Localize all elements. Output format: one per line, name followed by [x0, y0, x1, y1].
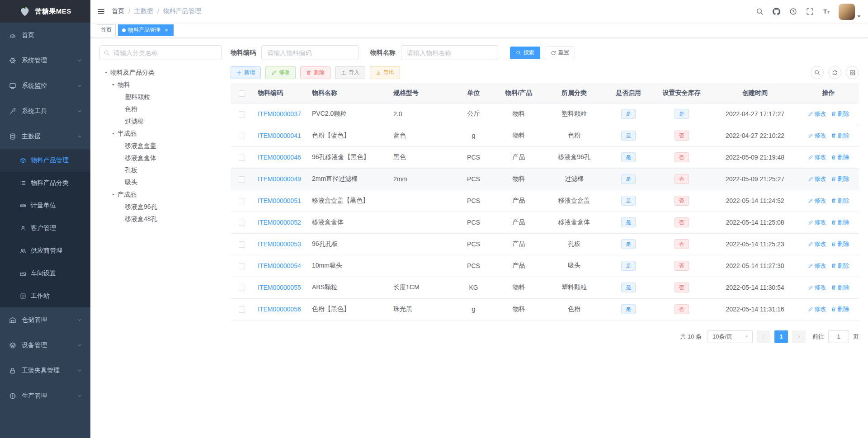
tree-node[interactable]: 色粉 [99, 103, 222, 115]
tree-node[interactable]: 吸头 [99, 176, 222, 188]
page-size-select[interactable]: 10条/页 [708, 330, 753, 343]
row-edit-button[interactable]: 修改 [808, 175, 826, 183]
sidebar-subitem[interactable]: 客户管理 [0, 217, 90, 240]
sidebar-subitem[interactable]: 工作站 [0, 285, 90, 307]
tree-node[interactable]: 半成品 [99, 127, 222, 140]
help-icon[interactable]: ? [785, 0, 802, 23]
refresh-tool-button[interactable] [828, 66, 841, 79]
warning-toolbar-button[interactable]: 导出 [370, 66, 400, 79]
tree-node[interactable]: 过滤棉 [99, 115, 222, 127]
goto-page-input[interactable] [828, 330, 849, 343]
sidebar-item[interactable]: 仓储管理 [0, 307, 90, 333]
view-tab[interactable]: 首页 [97, 24, 116, 36]
item-code-link[interactable]: ITEM00000053 [258, 240, 301, 248]
breadcrumb-item[interactable]: 首页 [112, 7, 124, 15]
sidebar-item[interactable]: 系统工具 [0, 99, 90, 124]
tree-node[interactable]: 移液盒盒体 [99, 152, 222, 164]
breadcrumb-item[interactable]: 主数据 [134, 7, 153, 15]
tree-node[interactable]: 塑料颗粒 [99, 91, 222, 103]
tree-node[interactable]: 移液盒盒盖 [99, 140, 222, 152]
row-delete-button[interactable]: 删除 [831, 218, 849, 226]
sidebar-toggle-icon[interactable] [90, 0, 112, 23]
row-edit-button[interactable]: 修改 [808, 132, 826, 140]
row-delete-button[interactable]: 删除 [831, 283, 849, 292]
success-toolbar-button[interactable]: 修改 [265, 66, 296, 79]
sidebar-item[interactable]: 首页 [0, 23, 90, 48]
item-code-link[interactable]: ITEM00000046 [258, 154, 301, 161]
row-delete-button[interactable]: 删除 [831, 305, 849, 313]
category-search-input[interactable] [99, 45, 222, 60]
item-code-link[interactable]: ITEM00000049 [258, 175, 301, 183]
row-edit-button[interactable]: 修改 [808, 262, 826, 270]
item-code-link[interactable]: ITEM00000055 [258, 284, 301, 291]
item-code-link[interactable]: ITEM00000037 [258, 110, 301, 118]
sidebar-item[interactable]: 设备管理 [0, 333, 90, 358]
row-edit-button[interactable]: 修改 [808, 240, 826, 248]
item-code-link[interactable]: ITEM00000052 [258, 219, 301, 226]
row-checkbox[interactable] [239, 263, 245, 269]
tree-node[interactable]: 产成品 [99, 188, 222, 201]
row-edit-button[interactable]: 修改 [808, 153, 826, 161]
row-delete-button[interactable]: 删除 [831, 175, 849, 183]
sidebar-subitem[interactable]: 物料产品管理 [0, 149, 90, 172]
row-edit-button[interactable]: 修改 [808, 218, 826, 226]
sidebar-item[interactable]: 系统监控 [0, 73, 90, 99]
row-checkbox[interactable] [239, 155, 245, 161]
app-logo[interactable]: 苦糖果MES [0, 0, 90, 23]
tree-node[interactable]: 移液盒96孔 [99, 201, 222, 213]
row-edit-button[interactable]: 修改 [808, 283, 826, 292]
github-icon[interactable] [768, 0, 785, 23]
item-code-link[interactable]: ITEM00000051 [258, 197, 301, 204]
row-edit-button[interactable]: 修改 [808, 197, 826, 205]
row-checkbox[interactable] [239, 306, 245, 313]
row-delete-button[interactable]: 删除 [831, 132, 849, 140]
sidebar-item[interactable]: 主数据 [0, 124, 90, 149]
row-checkbox[interactable] [239, 285, 245, 291]
row-delete-button[interactable]: 删除 [831, 240, 849, 248]
row-edit-button[interactable]: 修改 [808, 305, 826, 313]
item-code-link[interactable]: ITEM00000054 [258, 262, 301, 269]
row-checkbox[interactable] [239, 220, 245, 226]
tree-node[interactable]: 移液盒48孔 [99, 213, 222, 225]
info-toolbar-button[interactable]: 导入 [335, 66, 365, 79]
tree-node[interactable]: 物料及产品分类 [99, 66, 222, 79]
item-code-link[interactable]: ITEM00000041 [258, 132, 301, 139]
close-icon[interactable]: × [163, 27, 170, 33]
row-checkbox[interactable] [239, 176, 245, 183]
sidebar-subitem[interactable]: 车间设置 [0, 262, 90, 285]
sidebar-item[interactable]: 系统管理 [0, 48, 90, 73]
fullscreen-icon[interactable] [802, 0, 818, 23]
next-page-button[interactable] [792, 330, 806, 343]
row-delete-button[interactable]: 删除 [831, 262, 849, 270]
sidebar-item[interactable]: 生产管理 [0, 383, 90, 409]
sidebar-subitem[interactable]: 供应商管理 [0, 240, 90, 262]
size-icon[interactable]: TT [818, 0, 835, 23]
select-all-checkbox[interactable] [239, 90, 245, 97]
reset-button[interactable]: 重置 [545, 47, 575, 59]
sidebar-subitem[interactable]: 物料产品分类 [0, 172, 90, 194]
grid-tool-button[interactable] [846, 66, 859, 79]
query-field-input[interactable] [401, 45, 498, 60]
row-checkbox[interactable] [239, 198, 245, 204]
search-button[interactable]: 搜索 [510, 47, 540, 59]
row-delete-button[interactable]: 删除 [831, 197, 849, 205]
breadcrumb-item[interactable]: 物料产品管理 [163, 7, 201, 15]
view-tab[interactable]: 物料产品管理× [118, 24, 174, 36]
page-number-button[interactable]: 1 [774, 330, 788, 343]
item-code-link[interactable]: ITEM00000056 [258, 306, 301, 313]
tree-node[interactable]: 孔板 [99, 164, 222, 176]
prev-page-button[interactable] [757, 330, 770, 343]
sidebar-subitem[interactable]: 计量单位 [0, 194, 90, 217]
row-checkbox[interactable] [239, 241, 245, 248]
primary-toolbar-button[interactable]: 新增 [231, 66, 261, 79]
row-edit-button[interactable]: 修改 [808, 110, 826, 118]
row-checkbox[interactable] [239, 133, 245, 139]
tree-node[interactable]: 物料 [99, 79, 222, 91]
search-icon[interactable] [751, 0, 768, 23]
row-checkbox[interactable] [239, 111, 245, 118]
search-tool-button[interactable] [811, 66, 824, 79]
sidebar-item[interactable]: 工装夹具管理 [0, 358, 90, 383]
danger-toolbar-button[interactable]: 删除 [300, 66, 330, 79]
row-delete-button[interactable]: 删除 [831, 153, 849, 161]
row-delete-button[interactable]: 删除 [831, 110, 849, 118]
